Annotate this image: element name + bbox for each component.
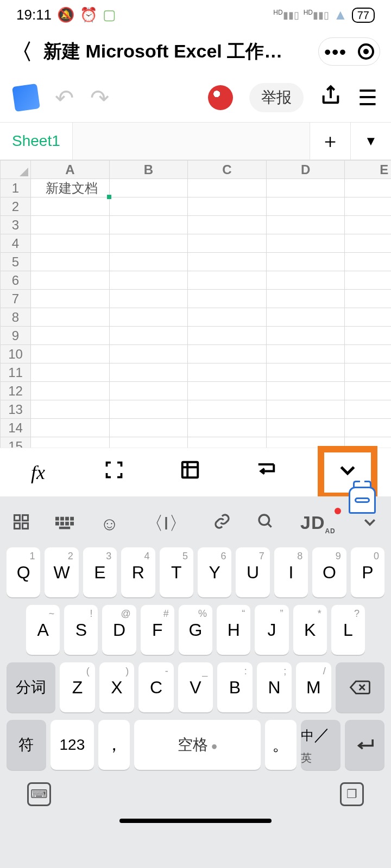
clipboard-icon[interactable]: ❐ [340, 782, 364, 806]
cell[interactable] [109, 179, 188, 197]
formula-icon[interactable]: fx [14, 461, 62, 484]
key-F[interactable]: F# [141, 605, 174, 655]
row-header[interactable]: 4 [1, 234, 31, 253]
row-header[interactable]: 1 [1, 179, 31, 197]
row-header[interactable]: 12 [1, 382, 31, 400]
report-button[interactable]: 举报 [249, 83, 304, 112]
keyboard-switch-icon[interactable]: ⌨ [27, 782, 51, 806]
row-header[interactable]: 10 [1, 345, 31, 363]
symbols-key[interactable]: 符 [7, 720, 46, 770]
key-E[interactable]: E3 [83, 547, 117, 597]
row-header[interactable]: 11 [1, 363, 31, 382]
cell[interactable] [345, 179, 391, 197]
jd-button[interactable]: JDAD [300, 512, 336, 535]
fullscreen-icon[interactable] [90, 460, 138, 484]
segment-key[interactable]: 分词 [7, 662, 55, 712]
cell[interactable] [188, 179, 267, 197]
col-header[interactable]: B [109, 161, 188, 179]
share-icon[interactable] [320, 85, 342, 111]
home-indicator[interactable] [119, 819, 272, 823]
numbers-key[interactable]: 123 [51, 720, 94, 770]
cell-A1[interactable]: 新建文档 [31, 179, 110, 197]
backspace-key[interactable] [336, 662, 384, 712]
select-all-corner[interactable] [1, 161, 31, 179]
avatar-icon[interactable] [208, 85, 233, 110]
cell[interactable] [266, 179, 345, 197]
row-header[interactable]: 13 [1, 400, 31, 419]
row-header[interactable]: 8 [1, 308, 31, 327]
newline-icon[interactable] [242, 461, 291, 484]
key-M[interactable]: M/ [296, 662, 331, 712]
svg-rect-13 [59, 526, 70, 529]
period-key[interactable]: 。 [265, 720, 297, 770]
space-key[interactable]: 空格● [134, 720, 261, 770]
key-I[interactable]: I8 [274, 547, 308, 597]
redo-icon[interactable]: ↷ [90, 85, 109, 111]
back-icon[interactable]: 〈 [11, 37, 33, 67]
key-G[interactable]: G% [179, 605, 212, 655]
cell[interactable] [31, 197, 110, 216]
key-J[interactable]: J” [255, 605, 288, 655]
undo-icon[interactable]: ↶ [55, 85, 74, 111]
title-bar: 〈 新建 Microsoft Excel 工作… ••• [0, 30, 391, 73]
svg-rect-4 [23, 523, 28, 528]
key-D[interactable]: D@ [102, 605, 136, 655]
language-toggle-key[interactable]: 中／英 [301, 720, 340, 770]
key-A[interactable]: A~ [26, 605, 60, 655]
key-T[interactable]: T5 [160, 547, 193, 597]
col-header[interactable]: C [188, 161, 267, 179]
app-logo-icon[interactable] [12, 84, 40, 112]
svg-rect-10 [60, 521, 64, 525]
svg-rect-2 [23, 515, 28, 520]
row-header[interactable]: 3 [1, 216, 31, 234]
key-V[interactable]: V_ [178, 662, 213, 712]
cursor-mode-icon[interactable]: 〈I〉 [145, 511, 187, 536]
col-header[interactable]: A [31, 161, 110, 179]
key-Q[interactable]: Q1 [7, 547, 40, 597]
hamburger-menu-icon[interactable]: ☰ [358, 85, 377, 110]
key-N[interactable]: N; [257, 662, 292, 712]
key-Z[interactable]: Z( [60, 662, 94, 712]
col-header[interactable]: D [266, 161, 345, 179]
ai-assistant-icon[interactable] [349, 487, 376, 514]
emoji-icon[interactable]: ☺ [100, 513, 119, 534]
kbd-layout-icon[interactable] [55, 513, 74, 534]
clipboard-link-icon[interactable] [213, 513, 231, 534]
search-icon[interactable] [257, 513, 274, 534]
key-K[interactable]: K* [293, 605, 327, 655]
row-header[interactable]: 2 [1, 197, 31, 216]
document-title[interactable]: 新建 Microsoft Excel 工作… [43, 39, 307, 64]
key-B[interactable]: B: [217, 662, 252, 712]
sheet-dropdown-icon[interactable]: ▼ [350, 123, 391, 159]
key-S[interactable]: S! [64, 605, 98, 655]
row-header[interactable]: 15 [1, 437, 31, 448]
sheet-tab-active[interactable]: Sheet1 [0, 123, 73, 159]
comma-key[interactable]: ， [98, 720, 130, 770]
key-H[interactable]: H“ [217, 605, 250, 655]
key-P[interactable]: P0 [351, 547, 384, 597]
enter-key[interactable] [345, 720, 384, 770]
key-C[interactable]: C- [138, 662, 173, 712]
more-icon[interactable]: ••• [324, 41, 347, 62]
kbd-grid-icon[interactable] [13, 513, 29, 534]
key-X[interactable]: X) [99, 662, 134, 712]
row-header[interactable]: 6 [1, 271, 31, 290]
image-icon[interactable] [166, 459, 215, 485]
key-R[interactable]: R4 [121, 547, 155, 597]
row-header[interactable]: 7 [1, 290, 31, 308]
key-Y[interactable]: Y6 [198, 547, 231, 597]
key-L[interactable]: L? [331, 605, 365, 655]
row-header[interactable]: 5 [1, 253, 31, 271]
key-O[interactable]: O9 [312, 547, 346, 597]
close-capsule-icon[interactable] [358, 43, 374, 60]
app-toolbar: ↶ ↷ 举报 ☰ [0, 73, 391, 122]
key-W[interactable]: W2 [45, 547, 78, 597]
col-header[interactable]: E [345, 161, 391, 179]
row-header[interactable]: 14 [1, 419, 31, 437]
row-header[interactable]: 9 [1, 327, 31, 345]
spreadsheet-grid[interactable]: A B C D E 1新建文档 2 3 4 5 6 7 8 9 10 11 12… [0, 160, 391, 448]
sheet-tab-area[interactable] [73, 123, 310, 159]
key-U[interactable]: U7 [236, 547, 269, 597]
kbd-collapse-icon[interactable] [362, 513, 378, 534]
add-sheet-button[interactable]: ＋ [310, 123, 350, 159]
